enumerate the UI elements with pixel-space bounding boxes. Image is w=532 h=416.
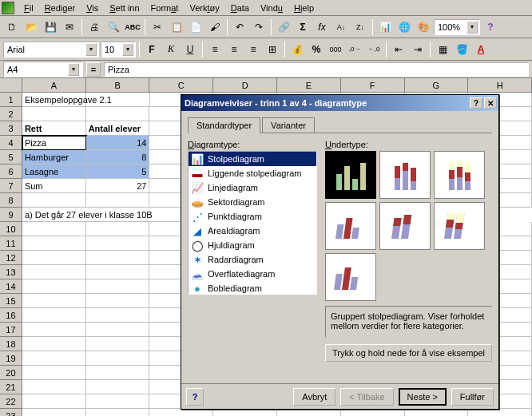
new-icon[interactable]: 🗋 <box>3 18 21 36</box>
col-header-B[interactable]: B <box>86 78 150 93</box>
name-box[interactable]: ▾ <box>3 61 83 77</box>
row-header[interactable]: 13 <box>0 265 22 279</box>
menu-window[interactable]: Vindu <box>256 2 288 14</box>
cell-B10[interactable] <box>86 222 150 236</box>
row-header[interactable]: 3 <box>0 121 22 136</box>
cell-B20[interactable] <box>86 366 150 380</box>
cell-F23[interactable] <box>341 409 405 416</box>
italic-icon[interactable]: K <box>162 41 180 58</box>
borders-icon[interactable]: ▦ <box>434 41 451 58</box>
type-scatter[interactable]: ⋰Punktdiagram <box>189 209 316 224</box>
back-button[interactable]: < Tilbake <box>340 388 393 406</box>
cell-A10[interactable] <box>22 222 86 236</box>
percent-icon[interactable]: % <box>308 41 325 58</box>
col-header-G[interactable]: G <box>405 78 469 93</box>
sort-asc-icon[interactable]: A↓ <box>332 18 350 36</box>
dialog-close-button[interactable]: ✕ <box>484 97 497 109</box>
inc-decimal-icon[interactable]: ,0→ <box>346 41 363 58</box>
menu-file[interactable]: Fil <box>19 2 38 14</box>
comma-icon[interactable]: 000 <box>327 41 344 58</box>
subtype-4[interactable] <box>325 202 376 250</box>
subtype-3[interactable] <box>434 151 485 199</box>
cell-A17[interactable] <box>22 323 86 337</box>
cell-A20[interactable] <box>22 366 86 380</box>
cell-B15[interactable] <box>86 294 150 308</box>
cell-A8[interactable] <box>22 193 86 208</box>
currency-icon[interactable]: 💰 <box>288 41 306 58</box>
row-header[interactable]: 1 <box>0 93 22 107</box>
cell-A23[interactable] <box>22 409 86 416</box>
cell-B23[interactable] <box>86 409 150 416</box>
cell-G23[interactable] <box>405 409 469 416</box>
menu-help[interactable]: Hjelp <box>289 2 319 14</box>
cell-B12[interactable] <box>86 251 150 265</box>
format-painter-icon[interactable]: 🖌 <box>206 18 224 36</box>
open-icon[interactable]: 📂 <box>22 18 40 36</box>
cell-A21[interactable] <box>22 380 86 394</box>
row-header[interactable]: 6 <box>0 164 22 179</box>
function-icon[interactable]: fx <box>313 18 331 36</box>
row-header[interactable]: 18 <box>0 337 22 351</box>
type-bar[interactable]: ▬Liggende stolpediagram <box>189 166 316 180</box>
formula-input[interactable]: Pizza <box>104 62 529 77</box>
cell-B19[interactable] <box>86 351 150 366</box>
cell-B3[interactable]: Antall elever <box>86 121 150 136</box>
type-bubble[interactable]: ●Boblediagram <box>189 281 316 295</box>
col-header-D[interactable]: D <box>213 78 277 93</box>
menu-edit[interactable]: Rediger <box>40 2 81 14</box>
chart-type-list[interactable]: 📊Stolpediagram ▬Liggende stolpediagram 📈… <box>188 151 317 295</box>
cell-B13[interactable] <box>86 265 150 279</box>
drawing-icon[interactable]: 🎨 <box>415 18 432 36</box>
align-right-icon[interactable]: ≡ <box>244 41 262 58</box>
menu-view[interactable]: Vis <box>81 2 103 14</box>
row-header[interactable]: 10 <box>0 222 22 236</box>
align-center-icon[interactable]: ≡ <box>225 41 243 58</box>
font-combo[interactable]: ▾ <box>3 42 99 57</box>
cell-B18[interactable] <box>86 337 150 351</box>
row-header[interactable]: 11 <box>0 236 22 251</box>
cell-B2[interactable] <box>86 107 150 121</box>
cell-A6[interactable]: Lasagne <box>22 164 86 179</box>
row-header[interactable]: 16 <box>0 308 22 323</box>
row-header[interactable]: 17 <box>0 323 22 337</box>
tab-variants[interactable]: Varianter <box>262 117 315 133</box>
cell-A7[interactable]: Sum <box>22 179 86 193</box>
cell-A12[interactable] <box>22 251 86 265</box>
cell-B8[interactable] <box>86 193 150 208</box>
cell-A5[interactable]: Hamburger <box>22 150 86 164</box>
type-line[interactable]: 📈Linjediagram <box>189 180 316 195</box>
cell-B4[interactable]: 14 <box>86 136 150 150</box>
map-icon[interactable]: 🌐 <box>395 18 413 36</box>
row-header[interactable]: 14 <box>0 279 22 294</box>
cell-B7[interactable]: 27 <box>86 179 150 193</box>
row-header[interactable]: 9 <box>0 208 22 222</box>
type-doughnut[interactable]: ◯Hjuldiagram <box>189 238 316 252</box>
subtype-5[interactable] <box>379 202 431 250</box>
cancel-button[interactable]: Avbryt <box>293 388 335 406</box>
menu-data[interactable]: Data <box>226 2 254 14</box>
chart-wizard-icon[interactable]: 📊 <box>376 18 394 36</box>
subtype-2[interactable] <box>379 151 431 199</box>
help-icon[interactable]: ? <box>482 18 499 36</box>
col-header-A[interactable]: A <box>22 78 86 93</box>
mail-icon[interactable]: ✉ <box>61 18 78 36</box>
cut-icon[interactable]: ✂ <box>149 18 166 36</box>
row-header[interactable]: 7 <box>0 179 22 193</box>
select-all-corner[interactable] <box>0 78 22 93</box>
cell-A4[interactable]: Pizza <box>22 136 86 150</box>
cell-A3[interactable]: Rett <box>22 121 86 136</box>
fontsize-combo[interactable]: ▾ <box>101 42 136 57</box>
row-header[interactable]: 5 <box>0 150 22 164</box>
menu-format[interactable]: Format <box>146 2 184 14</box>
row-header[interactable]: 12 <box>0 251 22 265</box>
col-header-H[interactable]: H <box>468 78 532 93</box>
save-icon[interactable]: 💾 <box>42 18 59 36</box>
col-header-F[interactable]: F <box>341 78 405 93</box>
cell-A1[interactable]: Eksempeloppgave 2.1 <box>22 93 86 107</box>
row-header[interactable]: 19 <box>0 351 22 366</box>
cell-E23[interactable] <box>277 409 341 416</box>
print-icon[interactable]: 🖨 <box>85 18 103 36</box>
cell-A11[interactable] <box>22 236 86 251</box>
cell-B14[interactable] <box>86 279 150 294</box>
row-header[interactable]: 21 <box>0 380 22 394</box>
